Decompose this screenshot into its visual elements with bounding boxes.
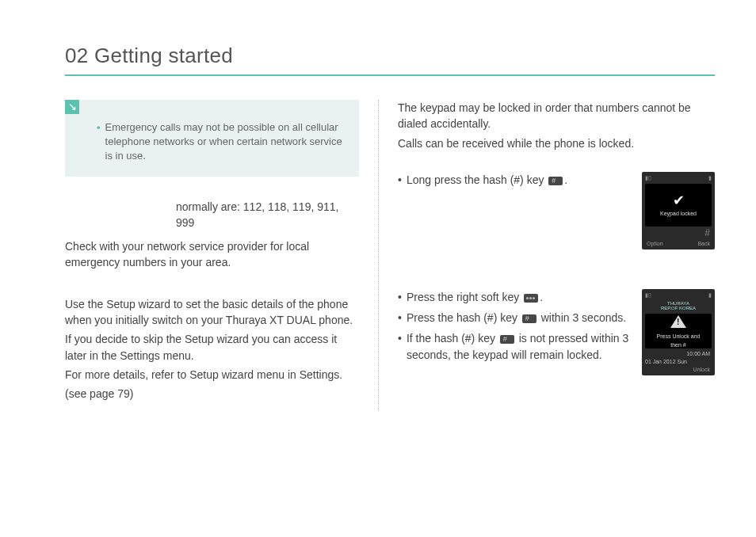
carrier-line1: THURAYA (645, 301, 712, 307)
battery-icon: ▮ (708, 175, 712, 181)
lock-intro-1: The keypad may be locked in order that n… (398, 100, 715, 132)
note-text: Emergency calls may not be possible on a… (105, 120, 346, 164)
phone-time: 10:00 AM (645, 351, 712, 356)
checkmark-icon: ✔ (673, 193, 685, 208)
unlock-block: Press the right soft key . Press the has… (398, 289, 715, 375)
phone-date: 01 Jan 2012 Sun (645, 359, 712, 364)
unlock-1a: Press the right soft key (407, 291, 522, 303)
phone-screen-locked: ✔ Keypad locked (645, 184, 712, 227)
note-bullet: Emergency calls may not be possible on a… (97, 120, 346, 164)
emergency-followup: Check with your network service provider… (65, 238, 359, 271)
emergency-numbers-line: normally are: 112, 118, 119, 911, 999 (65, 199, 359, 231)
softkey-left: Option (647, 241, 663, 246)
unlock-2b: within 3 seconds. (538, 311, 626, 324)
lock-intro-2: Calls can be received while the phone is… (398, 135, 715, 151)
note-box: ↘ Emergency calls may not be possible on… (65, 100, 359, 177)
lock-bullet-text: Long press the hash (#) key (407, 173, 547, 186)
phone-status-bar: ▮▯ ▮ (645, 292, 712, 299)
page-title: 02 Getting started (0, 0, 756, 74)
softkey-right: Back (697, 241, 710, 246)
phone-msg-1: Press Unlock and (657, 333, 701, 339)
setup-text-3: For more details, refer to Setup wizard … (65, 367, 359, 383)
note-corner-icon: ↘ (65, 100, 79, 114)
unlock-bullet-1: Press the right soft key . (398, 289, 631, 305)
phone-screen-unlock: Press Unlock and then # (645, 314, 712, 348)
hash-key-icon (500, 335, 514, 344)
left-column: ↘ Emergency calls may not be possible on… (0, 100, 378, 410)
unlock-bullet-2: Press the hash (#) key within 3 seconds. (398, 310, 631, 326)
setup-text-2: If you decide to skip the Setup wizard y… (65, 331, 359, 364)
phone-hash-label: # (645, 227, 712, 238)
setup-text-4: (see page 79) (65, 386, 359, 402)
battery-icon: ▮ (708, 292, 712, 299)
phone-carrier: THURAYA REP.OF KOREA (645, 301, 712, 311)
phone-mock-locked: ▮▯ ▮ ✔ Keypad locked # Option Back (642, 172, 715, 249)
content-columns: ↘ Emergency calls may not be possible on… (0, 76, 756, 410)
setup-text-1: Use the Setup wizard to set the basic de… (65, 296, 359, 329)
signal-icon: ▮▯ (645, 175, 651, 181)
hash-key-icon (522, 314, 536, 323)
hash-key-icon (548, 177, 563, 185)
phone-softkeys: Option Back (645, 241, 712, 246)
unlock-2a: Press the hash (#) key (407, 311, 521, 324)
lock-bullet: Long press the hash (#) key . (398, 172, 631, 188)
warning-icon (670, 315, 686, 328)
softkey-right: Unlock (693, 367, 710, 372)
unlock-3a: If the hash (#) key (407, 332, 498, 345)
softkey-icon (524, 294, 538, 303)
phone-mock-unlock: ▮▯ ▮ THURAYA REP.OF KOREA Press Unlock a… (642, 289, 715, 375)
lock-block: Long press the hash (#) key . ▮▯ ▮ ✔ Key… (398, 172, 715, 249)
phone-softkeys: Unlock (645, 367, 712, 372)
signal-icon: ▮▯ (645, 292, 651, 299)
phone-msg-2: then # (670, 342, 685, 348)
unlock-bullet-3: If the hash (#) key is not pressed withi… (398, 330, 631, 363)
phone-screen-text: Keypad locked (660, 211, 697, 216)
phone-status-bar: ▮▯ ▮ (645, 175, 712, 181)
carrier-line2: REP.OF KOREA (645, 306, 712, 311)
right-column: The keypad may be locked in order that n… (378, 100, 756, 410)
